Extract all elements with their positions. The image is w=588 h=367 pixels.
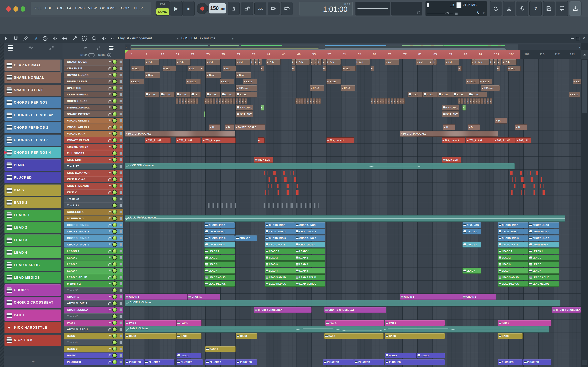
track-enable-led[interactable] xyxy=(112,262,117,267)
pattern-clip[interactable]: LEAD 4 xyxy=(528,268,559,274)
track-link-icon[interactable] xyxy=(107,60,111,64)
pattern-clip[interactable]: LEAD 2 xyxy=(204,255,234,261)
pattern-clip[interactable]: LEAD 4 xyxy=(462,268,481,274)
green-audio-chip[interactable]: ▶ xyxy=(462,105,466,110)
magnet-tool[interactable] xyxy=(13,35,19,42)
pattern-clip[interactable]: C..AL xyxy=(423,92,438,98)
green-audio-chip[interactable] xyxy=(204,111,205,117)
oscilloscope-panel[interactable] xyxy=(355,2,390,16)
slide-toggle[interactable] xyxy=(107,53,111,57)
grid-row[interactable] xyxy=(125,111,581,117)
track-link-icon[interactable] xyxy=(107,158,111,162)
picker-item[interactable]: LEAD 3 xyxy=(4,234,61,246)
audio-clip[interactable]: ▶7..h xyxy=(236,59,250,65)
pattern-clip[interactable]: LEAD 5 ADLIB xyxy=(528,275,559,280)
track-header[interactable]: PAD 1 xyxy=(64,320,123,326)
picker-item[interactable]: SNARE NORMAL xyxy=(4,72,61,83)
grid-row[interactable] xyxy=(125,209,581,215)
track-enable-led[interactable] xyxy=(112,105,117,110)
track-enable-led[interactable] xyxy=(112,190,117,195)
playlist-grid[interactable]: ▶7..h▶7..h▶7..h▶7..h▶7..h▶7..h▶7..h▶7..h… xyxy=(125,59,581,367)
export-button[interactable] xyxy=(569,1,581,16)
audio-clip[interactable]: ▶DYSTOPIA VOCALS xyxy=(400,131,498,137)
timeline-ruler[interactable]: 5913172125293337414549535761656973778185… xyxy=(125,50,581,59)
menu-view[interactable]: VIEW xyxy=(88,7,97,10)
pattern-clip[interactable]: BASS xyxy=(125,333,176,339)
track-header[interactable]: AUTO V..OIR 1 xyxy=(64,300,123,306)
picker-item[interactable]: KICK HARDSTYLE xyxy=(4,322,61,333)
track-enable-led[interactable] xyxy=(112,242,117,247)
automation-clip[interactable]: BUS LEADS - Volume xyxy=(125,215,565,222)
audio-chip-group[interactable]: ▶▶▶▶▶▶▶▶▶▶▶▶ xyxy=(371,98,405,104)
cpu-memory-panel[interactable]: 13 2126 MB 0 ♥ xyxy=(425,1,487,16)
tab-patterns-icon[interactable] xyxy=(8,45,13,50)
wave-tool-icon[interactable] xyxy=(83,46,88,50)
grid-row[interactable] xyxy=(125,124,581,131)
pattern-clip[interactable]: LEAD 3 xyxy=(528,261,559,267)
marquee-select-tool[interactable] xyxy=(81,35,87,42)
audio-clip[interactable]: ▶78.. xyxy=(342,66,356,71)
audio-chip[interactable]: ▶ xyxy=(260,66,264,71)
save-new-version-button[interactable] xyxy=(556,1,568,16)
pattern-clip[interactable]: CHOR..INOS 2 xyxy=(204,229,234,234)
track-link-icon[interactable] xyxy=(107,243,111,247)
audio-chip-group[interactable]: ▶▶▶▶▶▶▶▶▶▶▶▶ xyxy=(458,98,492,104)
audio-clip[interactable]: ▶7..h xyxy=(356,59,370,65)
audio-clip[interactable]: ▶KS..2 xyxy=(243,79,257,84)
track-header[interactable]: Cinema..usiion xyxy=(64,144,123,150)
pattern-clip[interactable]: CHOIR 1 xyxy=(125,294,187,300)
track-header[interactable]: KICK EDM xyxy=(64,157,123,163)
scroll-up-button[interactable] xyxy=(581,50,588,59)
track-header[interactable]: IMPACT CLEAN xyxy=(64,137,123,143)
picker-item[interactable]: SNARE POTENT xyxy=(4,85,61,96)
maximize-window-icon[interactable] xyxy=(576,37,579,40)
audio-clip[interactable]: ▶789_..#2 xyxy=(516,137,531,143)
pattern-clip[interactable]: CHOR..NOS 4 xyxy=(528,242,559,248)
kick-note-ticks[interactable] xyxy=(286,184,289,188)
picker-item[interactable]: CLAP NORMAL xyxy=(4,59,61,71)
pattern-clip[interactable]: CHOR..NOS 4 xyxy=(265,242,295,248)
track-enable-led[interactable] xyxy=(112,223,117,227)
kick-note-ticks[interactable] xyxy=(282,171,285,175)
pattern-clip[interactable]: CHORD..INOS xyxy=(528,222,559,228)
pattern-clip[interactable]: CHORD..INOS xyxy=(204,222,234,228)
pattern-clip[interactable]: BASS xyxy=(324,333,384,339)
pattern-clip[interactable]: CHO..S 4 xyxy=(462,242,481,248)
track-link-icon[interactable] xyxy=(107,125,111,129)
grid-row[interactable] xyxy=(125,183,581,189)
kick-note-ticks[interactable] xyxy=(521,177,524,182)
track-link-icon[interactable] xyxy=(107,275,111,279)
audio-chip[interactable]: ▶ xyxy=(258,137,265,143)
track-header[interactable]: LEAD 3 xyxy=(64,261,123,267)
track-header[interactable]: Track 17 xyxy=(64,163,123,169)
grid-row[interactable] xyxy=(125,313,581,320)
track-link-icon[interactable] xyxy=(107,236,111,240)
pattern-clip[interactable]: PLUCKED xyxy=(205,359,235,365)
track-header[interactable]: LEADS 1 xyxy=(64,248,123,254)
audio-clip[interactable]: ▶78.. xyxy=(507,66,521,71)
audio-clip[interactable]: ▶789_A..mpact xyxy=(202,137,235,143)
kick-note-ticks[interactable] xyxy=(291,171,294,175)
track-link-icon[interactable] xyxy=(107,295,111,299)
track-enable-led[interactable] xyxy=(112,138,117,142)
automation-clip[interactable]: CHOIR 1 - Volume xyxy=(125,300,561,307)
audio-clip[interactable]: ▶D.. xyxy=(468,124,480,130)
typing-keyboard-wait-button[interactable] xyxy=(241,2,253,15)
pattern-clip[interactable]: LEAD 3 xyxy=(295,261,325,267)
close-traffic-light[interactable] xyxy=(6,6,11,12)
track-link-icon[interactable] xyxy=(107,93,111,96)
kick-note-ticks[interactable] xyxy=(265,190,268,195)
playstart-marker[interactable] xyxy=(125,50,128,53)
pat-mode-label[interactable]: PAT xyxy=(156,2,170,6)
pattern-clip[interactable]: CHORD..INO 3 xyxy=(498,235,528,241)
track-header[interactable]: CHOIR 1 xyxy=(64,294,123,300)
kick-note-ticks[interactable] xyxy=(523,184,526,188)
track-link-icon[interactable] xyxy=(107,171,111,175)
playlist-speaker-icon[interactable] xyxy=(110,36,115,41)
track-enable-led[interactable] xyxy=(112,360,117,364)
picker-item[interactable]: CHORDS PEPINOS 4 xyxy=(4,147,61,158)
collapse-arrow-tool[interactable] xyxy=(3,35,9,42)
piano-tool-icon[interactable] xyxy=(109,46,113,50)
pattern-clip[interactable]: CHOR..INOS 2 xyxy=(295,229,325,234)
pattern-clip[interactable]: PIANO xyxy=(385,353,416,359)
